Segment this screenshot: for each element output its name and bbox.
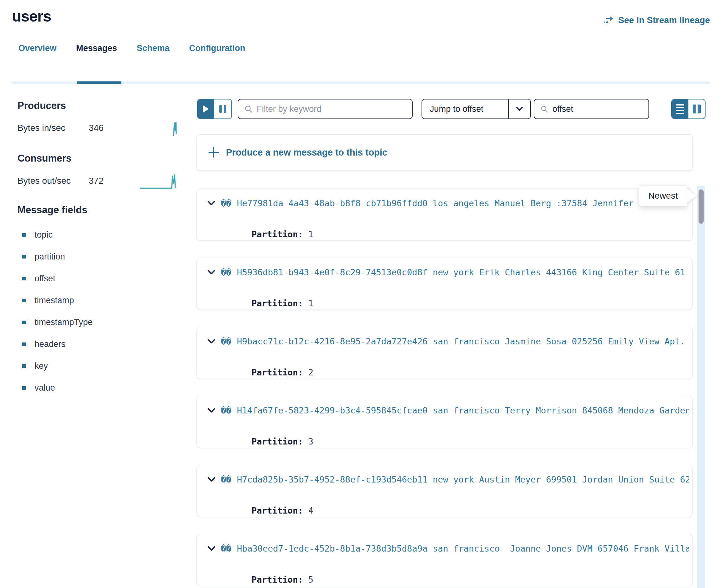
bytes-out-value: 372: [89, 176, 104, 186]
field-bullet-icon: [22, 277, 26, 280]
message-field-item-timestamp[interactable]: timestamp: [22, 296, 92, 305]
field-label: partition: [35, 252, 65, 262]
field-label: timestamp: [35, 296, 74, 306]
message-summary-text: H9bacc71c-b12c-4216-8e95-2a7da727e426 sa…: [237, 336, 689, 346]
chevron-down-icon: [516, 107, 523, 111]
message-field-item-offset[interactable]: offset: [22, 274, 92, 283]
column-view-icon: [693, 105, 696, 113]
expand-chevron-icon: [208, 270, 215, 275]
message-key-glyphs: ��: [221, 544, 231, 553]
partition-value: 3: [308, 437, 313, 446]
list-view-button[interactable]: [672, 100, 688, 119]
jump-select-value: Jump to offset: [422, 104, 508, 114]
message-card: �� H5936db81-b943-4e0f-8c29-74513e0c0d8f…: [197, 257, 693, 310]
message-field-item-headers[interactable]: headers: [22, 340, 92, 349]
page-title: users: [12, 7, 51, 25]
bytes-in-value: 346: [89, 123, 104, 133]
offset-value: 119: [293, 308, 308, 310]
field-bullet-icon: [22, 364, 26, 368]
producers-metric-row: Bytes in/sec 346: [17, 123, 163, 133]
expand-chevron-icon: [208, 408, 215, 413]
message-field-item-topic[interactable]: topic: [22, 231, 92, 239]
field-label: topic: [35, 230, 53, 240]
pause-icon: [224, 105, 226, 113]
pause-icon: [219, 105, 222, 113]
stream-control-group: [197, 99, 232, 119]
message-summary-text: He77981da-4a43-48ab-b8f8-cb71b96ffdd0 lo…: [237, 198, 675, 208]
list-view-icon: [676, 104, 684, 105]
tab-messages[interactable]: Messages: [76, 43, 117, 56]
message-meta-row: Partition: 3 Offset: 141 Timestamp: 1659…: [221, 427, 397, 448]
message-summary-row[interactable]: �� Hba30eed7-1edc-452b-8b1a-738d3b5d8a9a…: [208, 544, 689, 553]
message-summary-row[interactable]: �� He77981da-4a43-48ab-b8f8-cb71b96ffdd0…: [208, 198, 689, 208]
search-icon: [245, 105, 252, 113]
produce-message-button[interactable]: Produce a new message to this topic: [197, 134, 693, 170]
field-bullet-icon: [22, 233, 26, 237]
column-view-button[interactable]: [688, 100, 705, 119]
producers-heading: Producers: [17, 100, 66, 111]
play-icon: [203, 105, 209, 113]
offset-value: 127: [293, 516, 308, 517]
expand-chevron-icon: [208, 546, 215, 551]
consumers-heading: Consumers: [17, 153, 71, 164]
tab-configuration[interactable]: Configuration: [189, 43, 245, 56]
play-button[interactable]: [198, 100, 214, 119]
filter-input-wrapper: [238, 99, 413, 119]
scrollbar-track[interactable]: [697, 186, 705, 588]
message-summary-row[interactable]: �� H9bacc71c-b12c-4216-8e95-2a7da727e426…: [208, 336, 689, 346]
offset-value: 120: [293, 239, 308, 241]
bytes-out-label: Bytes out/sec: [17, 176, 89, 186]
message-card: �� H9bacc71c-b12c-4216-8e95-2a7da727e426…: [197, 327, 693, 379]
message-list: �� He77981da-4a43-48ab-b8f8-cb71b96ffdd0…: [197, 189, 693, 586]
message-meta-row: Partition: 5 Offset: 163 Timestamp: 1659…: [221, 565, 397, 586]
offset-value: 167: [293, 377, 308, 379]
message-fields-list: topicpartitionoffsettimestamptimestampTy…: [22, 231, 92, 405]
see-in-stream-lineage-link[interactable]: See in Stream lineage: [604, 15, 710, 25]
view-toggle-group: [671, 99, 705, 119]
message-summary-text: H5936db81-b943-4e0f-8c29-74513e0c0d8f ne…: [237, 267, 689, 277]
expand-chevron-icon: [208, 201, 215, 206]
message-field-item-value[interactable]: value: [22, 384, 92, 392]
message-field-item-timestampType[interactable]: timestampType: [22, 318, 92, 327]
active-tab-indicator: [77, 81, 121, 84]
bytes-in-label: Bytes in/sec: [17, 123, 89, 133]
search-icon: [541, 105, 548, 113]
message-field-item-partition[interactable]: partition: [22, 252, 92, 261]
offset-search-input[interactable]: [553, 104, 642, 114]
pause-button[interactable]: [214, 100, 231, 119]
partition-value: 5: [308, 575, 313, 585]
message-key-glyphs: ��: [221, 267, 231, 277]
message-card: �� H14fa67fe-5823-4299-b3c4-595845cfcae0…: [197, 396, 693, 448]
message-meta-row: Partition: 1 Offset: 119 Timestamp: 1659…: [221, 289, 397, 310]
message-card: �� H7cda825b-35b7-4952-88ef-c193d546eb11…: [197, 465, 693, 517]
message-summary-row[interactable]: �� H14fa67fe-5823-4299-b3c4-595845cfcae0…: [208, 405, 689, 415]
scrollbar-thumb[interactable]: [699, 189, 704, 224]
newest-tooltip-label: Newest: [648, 191, 678, 201]
message-summary-row[interactable]: �� H5936db81-b943-4e0f-8c29-74513e0c0d8f…: [208, 267, 689, 277]
plus-icon: [208, 147, 219, 158]
bytes-out-sparkline: [139, 174, 179, 189]
jump-to-offset-select[interactable]: Jump to offset: [421, 99, 531, 119]
message-key-glyphs: ��: [221, 475, 231, 484]
message-field-item-key[interactable]: key: [22, 362, 92, 370]
message-meta-row: Partition: 4 Offset: 127 Timestamp: 1659…: [221, 496, 397, 517]
partition-value: 1: [308, 229, 313, 239]
field-label: value: [35, 383, 55, 393]
field-label: headers: [35, 339, 66, 349]
filter-keyword-input[interactable]: [257, 104, 406, 114]
message-meta-row: Partition: 2 Offset: 167 Timestamp: 1659…: [221, 358, 397, 379]
field-label: timestampType: [35, 317, 92, 327]
offset-search-wrapper: [534, 99, 649, 119]
message-meta-row: Partition: 1 Offset: 120 Timestamp: 1659…: [221, 219, 397, 241]
tab-bar: Overview Messages Schema Configuration: [18, 43, 245, 56]
field-bullet-icon: [22, 255, 26, 258]
tab-schema[interactable]: Schema: [137, 43, 169, 56]
offset-value: 163: [293, 585, 308, 586]
field-bullet-icon: [22, 321, 26, 324]
tab-overview[interactable]: Overview: [18, 43, 57, 56]
message-key-glyphs: ��: [221, 405, 231, 415]
message-summary-text: H7cda825b-35b7-4952-88ef-c193d546eb11 ne…: [237, 475, 689, 484]
partition-value: 1: [308, 298, 313, 308]
lineage-arrows-icon: [604, 16, 615, 25]
message-summary-row[interactable]: �� H7cda825b-35b7-4952-88ef-c193d546eb11…: [208, 475, 689, 484]
